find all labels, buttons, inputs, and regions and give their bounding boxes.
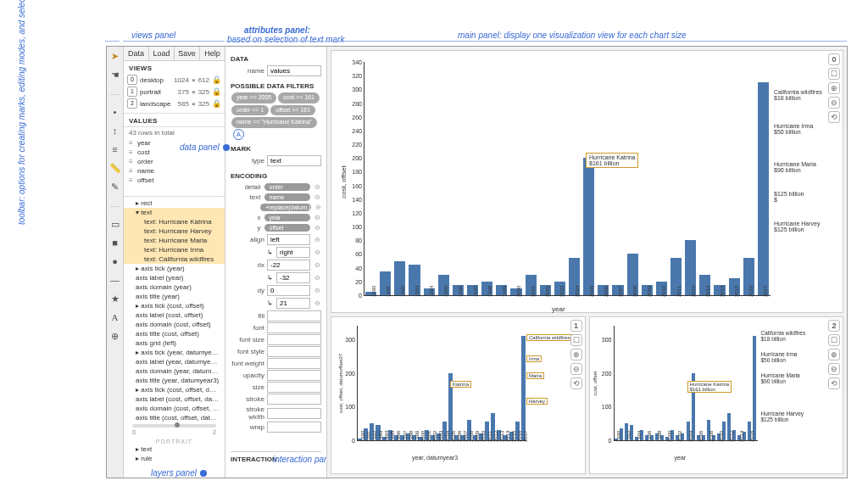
value-field[interactable]: name	[129, 166, 220, 176]
layer-node[interactable]: axis domain (year, datumyear3)	[124, 366, 225, 376]
mark-type-input[interactable]	[267, 155, 321, 166]
fill-input[interactable]	[267, 310, 321, 321]
layer-node[interactable]: text: Hurricane Irma	[124, 245, 225, 254]
value-field[interactable]: order	[129, 157, 220, 166]
view-row[interactable]: 2landscape585×325🔒	[127, 98, 221, 109]
filter-pill[interactable]: offset >= 161	[270, 105, 315, 116]
circle-icon[interactable]: ●	[109, 255, 121, 267]
layer-node[interactable]: ▸ rule	[124, 454, 225, 463]
clear-icon[interactable]: ⊖	[313, 249, 321, 256]
encoding-pill[interactable]: order	[264, 183, 311, 191]
wrap-input[interactable]	[267, 422, 321, 433]
pointer-icon[interactable]: ☐	[828, 334, 840, 346]
layer-node[interactable]: axis domain (cost, offset, dat…	[124, 404, 225, 413]
menu-save[interactable]: Save	[175, 47, 200, 60]
filter-pill[interactable]: cost >= 161	[278, 92, 320, 103]
align-input[interactable]	[267, 234, 310, 245]
encoding-pill[interactable]: year	[264, 214, 311, 221]
layer-node[interactable]: axis title (cost, offset, datumo…	[124, 413, 225, 422]
clear-icon[interactable]: ⊖	[313, 274, 321, 282]
font-input[interactable]	[267, 322, 321, 333]
dx-ref-input[interactable]	[276, 272, 310, 283]
zoom-out-icon[interactable]: ⊖	[570, 363, 582, 375]
menu-data[interactable]: Data	[124, 47, 149, 60]
layers-slider[interactable]	[132, 424, 216, 428]
font-weight-input[interactable]	[267, 358, 321, 369]
clear-icon[interactable]: ⊖	[313, 236, 321, 243]
layer-node[interactable]: ▸ axis tick (cost, offset, datumo…	[124, 385, 225, 394]
line-icon[interactable]: —	[109, 274, 121, 286]
reset-icon[interactable]: ⟲	[828, 377, 840, 389]
reset-icon[interactable]: ⟲	[828, 111, 840, 123]
stroke-input[interactable]	[267, 394, 321, 405]
dot-icon[interactable]: •	[109, 106, 121, 118]
layer-node[interactable]: text: Hurricane Maria	[124, 236, 225, 245]
size-input[interactable]	[267, 382, 321, 393]
layer-node[interactable]: axis title (year, datumyear3)	[124, 376, 225, 385]
zoom-out-icon[interactable]: ⊖	[828, 363, 840, 375]
zoom-out-icon[interactable]: ⊖	[828, 97, 840, 109]
clear-icon[interactable]: ⊖	[313, 287, 321, 294]
clear-icon[interactable]: ⊖	[314, 214, 321, 221]
clear-icon[interactable]: ⊖	[314, 193, 321, 201]
layer-node[interactable]: axis domain (cost, offset)	[124, 320, 225, 329]
font-size-input[interactable]	[267, 334, 321, 345]
layer-node[interactable]: axis label (year, datumyear3)	[124, 357, 225, 366]
pointer-icon[interactable]: ☐	[828, 68, 840, 80]
ruler-icon[interactable]: 📏	[109, 162, 121, 174]
menu-load[interactable]: Load	[149, 47, 175, 60]
layer-node[interactable]: text: Hurricane Katrina	[124, 217, 225, 226]
layer-node[interactable]: axis label (cost, offset)	[124, 310, 225, 320]
filter-pill[interactable]: order == 1	[231, 105, 269, 116]
filter-pill[interactable]: year >= 2005	[231, 92, 276, 103]
opacity-input[interactable]	[267, 370, 321, 381]
layer-node[interactable]: axis label (year)	[124, 273, 225, 282]
encoding-pill[interactable]: +replace(datum.)	[260, 204, 311, 211]
layer-node[interactable]: ▾ text	[124, 208, 225, 217]
view-row[interactable]: 0desktop1024×612🔒	[127, 74, 221, 86]
filter-pill[interactable]: name == "Hurricane Katrina"	[231, 117, 317, 128]
clear-icon[interactable]: ⊖	[314, 183, 321, 191]
value-field[interactable]: offset	[129, 176, 220, 185]
dy-ref-input[interactable]	[276, 298, 310, 309]
layer-node[interactable]: text: California wildfires	[124, 254, 225, 264]
dy-input[interactable]	[267, 285, 310, 296]
zoom-in-icon[interactable]: ⊕	[828, 82, 840, 94]
clear-icon[interactable]: ⊖	[313, 261, 321, 269]
cursor-icon[interactable]: ➤	[109, 50, 121, 62]
menu-help[interactable]: Help	[200, 47, 225, 60]
encoding-pill[interactable]: offset	[264, 224, 311, 232]
star-icon[interactable]: ★	[109, 293, 121, 305]
pass-icon[interactable]: ≡	[109, 143, 121, 155]
layer-node[interactable]: ▸ text	[124, 444, 225, 454]
layer-node[interactable]: text: Hurricane Harvey	[124, 226, 225, 236]
view-row[interactable]: 1portrait375×325🔒	[127, 86, 221, 98]
pencil-icon[interactable]: ✎	[109, 181, 121, 193]
clear-icon[interactable]: ⊖	[313, 299, 321, 307]
reset-icon[interactable]: ⟲	[570, 377, 582, 389]
dx-input[interactable]	[267, 260, 310, 271]
clear-icon[interactable]: ⊖	[314, 204, 321, 211]
hand-icon[interactable]: ☚	[109, 69, 121, 81]
layer-node[interactable]: ▸ axis tick (year, datumyear3)	[124, 348, 225, 357]
layer-node[interactable]: ▸ axis tick (year)	[124, 264, 225, 273]
zoom-in-icon[interactable]: ⊕	[570, 349, 582, 360]
font-style-input[interactable]	[267, 346, 321, 357]
layer-node[interactable]: axis grid (left)	[124, 338, 225, 348]
encoding-pill[interactable]: name	[264, 193, 311, 201]
globe-icon[interactable]: ⊕	[109, 330, 121, 342]
text-icon[interactable]: A	[109, 311, 121, 323]
layer-node[interactable]: axis label (cost, offset, datumo…	[124, 394, 225, 404]
zoom-in-icon[interactable]: ⊕	[828, 349, 840, 360]
align-ref-input[interactable]	[276, 247, 310, 258]
stroke-width-input[interactable]	[267, 408, 321, 419]
layer-node[interactable]: ▸ axis tick (cost, offset)	[124, 301, 225, 310]
height-icon[interactable]: ↕	[109, 125, 121, 137]
data-name-input[interactable]	[267, 65, 321, 76]
clear-icon[interactable]: ⊖	[314, 224, 321, 232]
layer-node[interactable]: ▸ rect	[124, 198, 225, 208]
square-icon[interactable]: ■	[109, 237, 121, 249]
layer-node[interactable]: axis title (cost, offset)	[124, 329, 225, 338]
pointer-icon[interactable]: ☐	[570, 334, 582, 346]
layer-node[interactable]: axis title (year)	[124, 292, 225, 301]
